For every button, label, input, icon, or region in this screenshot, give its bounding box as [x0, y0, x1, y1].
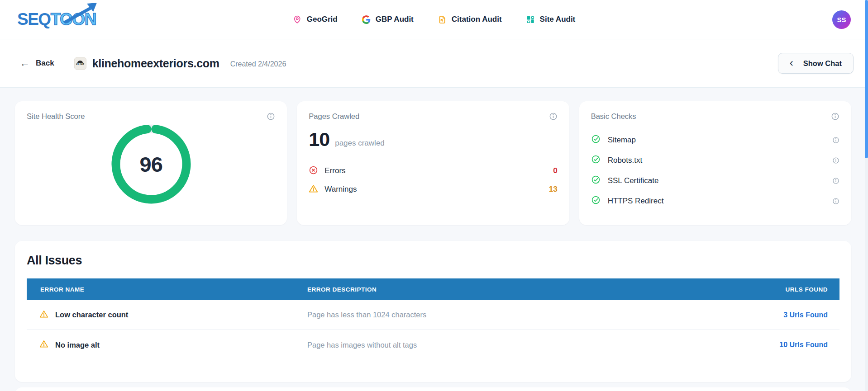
stat-cards-row: Site Health Score 96 Pages Crawled 10	[15, 101, 851, 225]
table-row: Low character count Page has less than 1…	[27, 300, 839, 330]
nav-item-site-audit[interactable]: Site Audit	[526, 15, 576, 24]
back-button[interactable]: ← Back	[20, 58, 54, 68]
nav-item-citation-audit[interactable]: Citation Audit	[438, 15, 502, 24]
site-identity: KLINE klinehomeexteriors.com Created 2/4…	[74, 57, 286, 70]
info-icon[interactable]	[832, 198, 839, 205]
document-search-icon	[438, 15, 447, 24]
site-header-bar: ← Back KLINE klinehomeexteriors.com Crea…	[0, 39, 868, 88]
issue-name: No image alt	[55, 341, 100, 349]
chevron-left-icon: ‹	[790, 57, 793, 68]
column-header-error-name: ERROR NAME	[27, 286, 307, 293]
warnings-row: Warnings 13	[309, 181, 557, 198]
warning-triangle-icon	[39, 339, 48, 350]
pages-crawled-suffix: pages crawled	[335, 139, 385, 149]
info-icon[interactable]	[832, 137, 839, 144]
info-icon[interactable]	[832, 157, 839, 164]
check-label: Robots.txt	[608, 156, 643, 165]
user-avatar[interactable]: SS	[832, 10, 851, 29]
card-title: Pages Crawled	[309, 112, 359, 121]
pages-crawled-count: 10	[309, 130, 329, 149]
check-circle-icon	[591, 155, 601, 166]
nav-item-geogrid[interactable]: GeoGrid	[293, 15, 338, 24]
back-label: Back	[36, 59, 54, 68]
scrollbar-thumb[interactable]	[865, 0, 868, 158]
errors-row: Errors 0	[309, 163, 557, 179]
site-health-score-card: Site Health Score 96	[15, 101, 287, 225]
errors-value: 0	[553, 166, 557, 175]
card-title: Basic Checks	[591, 112, 636, 121]
created-date: Created 2/4/2026	[230, 60, 286, 68]
basic-checks-card: Basic Checks Sitemap Robots.txt	[579, 101, 851, 225]
avatar-initials: SS	[837, 16, 846, 24]
warning-triangle-icon	[39, 310, 48, 320]
check-label: Sitemap	[608, 136, 636, 145]
nav-label: GeoGrid	[307, 15, 338, 24]
seqtoon-logo[interactable]: SEQTOON	[17, 10, 96, 29]
issue-name: Low character count	[55, 311, 128, 319]
check-row-ssl: SSL Certificate	[591, 170, 839, 191]
dashboard-grid-icon	[526, 15, 535, 24]
check-label: SSL Certificate	[608, 176, 659, 185]
show-chat-label: Show Chat	[803, 59, 842, 68]
health-score-gauge: 96	[111, 124, 191, 204]
issue-description: Page has less than 1024 characters	[307, 311, 713, 319]
all-issues-card: All Issues ERROR NAME ERROR DESCRIPTION …	[15, 241, 851, 382]
show-chat-button[interactable]: ‹ Show Chat	[778, 53, 854, 74]
top-navbar: SEQTOON GeoGrid GBP Audit Citation Audit	[0, 0, 868, 39]
issues-table-header: ERROR NAME ERROR DESCRIPTION URLS FOUND	[27, 278, 839, 300]
check-row-sitemap: Sitemap	[591, 130, 839, 150]
scrollbar-track[interactable]	[865, 0, 868, 391]
back-arrow-icon: ←	[20, 58, 30, 68]
column-header-urls-found: URLS FOUND	[713, 286, 839, 293]
check-row-https: HTTPS Redirect	[591, 191, 839, 211]
site-favicon: KLINE	[74, 57, 86, 70]
favicon-text: KLINE	[76, 63, 85, 66]
warnings-label: Warnings	[324, 185, 357, 194]
warnings-value: 13	[549, 185, 558, 194]
check-row-robots: Robots.txt	[591, 150, 839, 170]
nav-label: GBP Audit	[376, 15, 414, 24]
nav-item-gbp-audit[interactable]: GBP Audit	[362, 15, 414, 24]
table-row: No image alt Page has images without alt…	[27, 330, 839, 360]
nav-label: Site Audit	[540, 15, 576, 24]
info-icon[interactable]	[267, 112, 275, 121]
logo-text-seq: SEQ	[17, 10, 51, 29]
errors-label: Errors	[324, 166, 345, 175]
info-icon[interactable]	[549, 112, 558, 121]
info-icon[interactable]	[831, 112, 839, 121]
location-pin-icon	[293, 15, 302, 24]
check-circle-icon	[591, 195, 601, 207]
warning-triangle-icon	[309, 184, 318, 195]
column-header-error-description: ERROR DESCRIPTION	[307, 286, 713, 293]
all-issues-title: All Issues	[27, 254, 839, 268]
pages-crawled-card: Pages Crawled 10 pages crawled Errors 0 …	[297, 101, 569, 225]
nav-label: Citation Audit	[452, 15, 502, 24]
error-circle-icon	[309, 165, 318, 177]
health-score-value: 96	[111, 124, 191, 204]
urls-found-link[interactable]: 3 Urls Found	[713, 311, 839, 319]
info-icon[interactable]	[832, 177, 839, 184]
google-g-icon	[362, 15, 371, 24]
page-title-domain: klinehomeexteriors.com	[92, 57, 219, 70]
issue-description: Page has images without alt tags	[307, 341, 713, 349]
main-nav: GeoGrid GBP Audit Citation Audit Site Au…	[293, 15, 576, 24]
card-title: Site Health Score	[27, 112, 85, 121]
urls-found-link[interactable]: 10 Urls Found	[713, 341, 839, 349]
check-label: HTTPS Redirect	[608, 197, 664, 206]
next-section-card-top	[15, 387, 851, 391]
check-circle-icon	[591, 175, 601, 186]
issues-table: ERROR NAME ERROR DESCRIPTION URLS FOUND …	[27, 278, 839, 360]
check-circle-icon	[591, 134, 601, 146]
logo-text-toon: TOON	[51, 10, 96, 29]
